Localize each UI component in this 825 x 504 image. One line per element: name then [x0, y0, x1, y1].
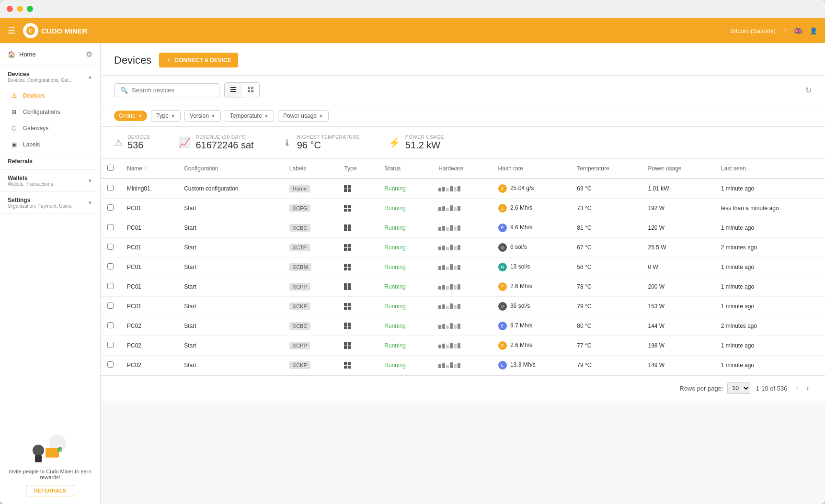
svg-rect-8	[230, 87, 236, 88]
sidebar-item-labels[interactable]: ▣ Labels	[0, 136, 100, 153]
cell-hardware	[432, 356, 491, 375]
search-box[interactable]: 🔍	[114, 83, 219, 97]
list-view-button[interactable]	[225, 83, 242, 98]
gateways-icon: ⬡	[10, 124, 18, 133]
select-all-checkbox[interactable]	[107, 165, 114, 171]
cell-hardware	[432, 258, 491, 277]
sidebar-item-configurations[interactable]: ⊞ Configurations	[0, 104, 100, 120]
cell-hardware	[432, 277, 491, 297]
sidebar-section-settings-header[interactable]: Settings Organisation, Payment, Users ▼	[0, 192, 100, 213]
svg-rect-11	[248, 87, 250, 89]
cell-name: PC01	[120, 199, 177, 218]
cell-lastseen: 1 minute ago	[714, 179, 825, 199]
referral-promo: ✓ Invite people to Cudo Miner to earn re…	[0, 424, 100, 504]
minimize-button[interactable]	[17, 6, 23, 12]
sidebar-devices-sub: Devices, Configurations, Gat...	[8, 78, 73, 83]
svg-rect-9	[230, 89, 236, 90]
row-checkbox[interactable]	[107, 204, 114, 211]
cell-name: PC02	[120, 356, 177, 375]
search-input[interactable]	[132, 87, 213, 94]
cell-type	[337, 277, 378, 297]
menu-icon[interactable]: ☰	[8, 25, 15, 36]
cell-config: Start	[177, 336, 283, 356]
cell-power: 153 W	[642, 297, 714, 316]
connect-device-button[interactable]: ＋ CONNECT A DEVICE	[159, 53, 238, 67]
referrals-button[interactable]: REFERRALS	[26, 485, 74, 496]
refresh-button[interactable]: ↻	[805, 86, 812, 95]
sidebar-item-gateways[interactable]: ⬡ Gateways	[0, 120, 100, 136]
cell-power: 192 W	[642, 199, 714, 218]
close-button[interactable]	[7, 6, 13, 12]
user-icon[interactable]: 👤	[810, 27, 817, 34]
cell-status: Running	[378, 277, 432, 297]
prev-page-button[interactable]: ‹	[793, 383, 801, 393]
sidebar-section-devices: Devices Devices, Configurations, Gat... …	[0, 66, 100, 153]
cell-status: Running	[378, 316, 432, 336]
cell-config: Start	[177, 356, 283, 375]
row-checkbox[interactable]	[107, 263, 114, 269]
col-configuration[interactable]: Configuration	[177, 159, 283, 179]
sidebar-section-devices-header[interactable]: Devices Devices, Configurations, Gat... …	[0, 66, 100, 88]
version-filter-label: Version	[190, 112, 209, 119]
row-checkbox[interactable]	[107, 244, 114, 250]
cell-labels: XCPP	[283, 277, 338, 297]
cell-hardware	[432, 199, 491, 218]
row-checkbox[interactable]	[107, 283, 114, 289]
row-checkbox[interactable]	[107, 342, 114, 348]
cell-hardware	[432, 218, 491, 238]
next-page-button[interactable]: ›	[803, 383, 812, 393]
type-filter-dropdown[interactable]: Type ▼	[151, 110, 181, 122]
cell-name: PC02	[120, 316, 177, 336]
row-checkbox[interactable]	[107, 224, 114, 230]
row-checkbox[interactable]	[107, 322, 114, 328]
rows-per-page-select[interactable]: 5 10 25 50	[727, 382, 750, 394]
flag-icon[interactable]: 🇬🇧	[794, 27, 802, 34]
power-chevron-icon: ▼	[319, 113, 323, 119]
col-name[interactable]: Name ↑	[120, 159, 177, 179]
top-navigation: ☰ C CUDO MINER Bitcoin (Satoshi) ? 🇬🇧 👤	[0, 18, 825, 43]
stat-revenue: 📈 REVENUE (30 DAYS) 61672246 sat	[179, 134, 253, 151]
col-status[interactable]: Status	[378, 159, 432, 179]
stat-temperature: 🌡 HIGHEST TEMPERATURE 96 °C	[283, 134, 360, 151]
sidebar-section-referrals-header[interactable]: Referrals	[0, 153, 100, 169]
cell-status: Running	[378, 199, 432, 218]
cell-temperature: 79 °C	[570, 297, 641, 316]
remove-filter-icon[interactable]: ×	[138, 112, 142, 120]
maximize-button[interactable]	[27, 6, 33, 12]
col-lastseen[interactable]: Last seen	[714, 159, 825, 179]
sidebar-item-home[interactable]: 🏠 Home ⚙	[0, 43, 100, 66]
settings-gear-icon[interactable]: ⚙	[86, 50, 92, 59]
col-temperature[interactable]: Temperature	[570, 159, 641, 179]
col-power[interactable]: Power usage	[642, 159, 714, 179]
row-checkbox[interactable]	[107, 302, 114, 309]
view-toggle	[224, 82, 260, 98]
col-hardware[interactable]: Hardware	[432, 159, 491, 179]
col-type[interactable]: Type	[337, 159, 378, 179]
sidebar-section-wallets-header[interactable]: Wallets Wallets, Transactions ▼	[0, 170, 100, 191]
cell-hashrate: ◎ 6 sol/s	[492, 238, 571, 258]
col-hashrate[interactable]: Hash rate	[492, 159, 571, 179]
cell-type	[337, 336, 378, 356]
power-filter-dropdown[interactable]: Power usage ▼	[278, 110, 329, 122]
row-checkbox[interactable]	[107, 361, 114, 368]
temperature-filter-dropdown[interactable]: Temperature ▼	[225, 110, 274, 122]
currency-label[interactable]: Bitcoin (Satoshi)	[730, 27, 776, 34]
rows-per-page-label: Rows per page:	[680, 385, 723, 392]
table-row: PC01 Start XCTP Running ◎ 6 sol/s 67 °C …	[101, 238, 825, 258]
cell-config: Start	[177, 199, 283, 218]
help-icon[interactable]: ?	[783, 27, 787, 34]
version-filter-dropdown[interactable]: Version ▼	[184, 110, 221, 122]
online-filter-tag[interactable]: Online ×	[114, 111, 147, 121]
cell-hashrate: Z 2.6 Mh/s	[492, 199, 571, 218]
power-stat-label: POWER USAGE	[405, 134, 444, 140]
cell-temperature: 80 °C	[570, 316, 641, 336]
referral-promo-text: Invite people to Cudo Miner to earn rewa…	[8, 469, 92, 480]
cell-labels: XCKP	[283, 356, 338, 375]
grid-view-button[interactable]	[242, 83, 259, 98]
col-labels[interactable]: Labels	[283, 159, 338, 179]
logo: C CUDO MINER	[23, 23, 88, 38]
devices-table-container: Name ↑ Configuration Labels Type Status …	[101, 159, 825, 375]
cell-labels: XCTP	[283, 238, 338, 258]
sidebar-item-devices[interactable]: ⚠ Devices	[0, 88, 100, 104]
row-checkbox[interactable]	[107, 185, 114, 191]
